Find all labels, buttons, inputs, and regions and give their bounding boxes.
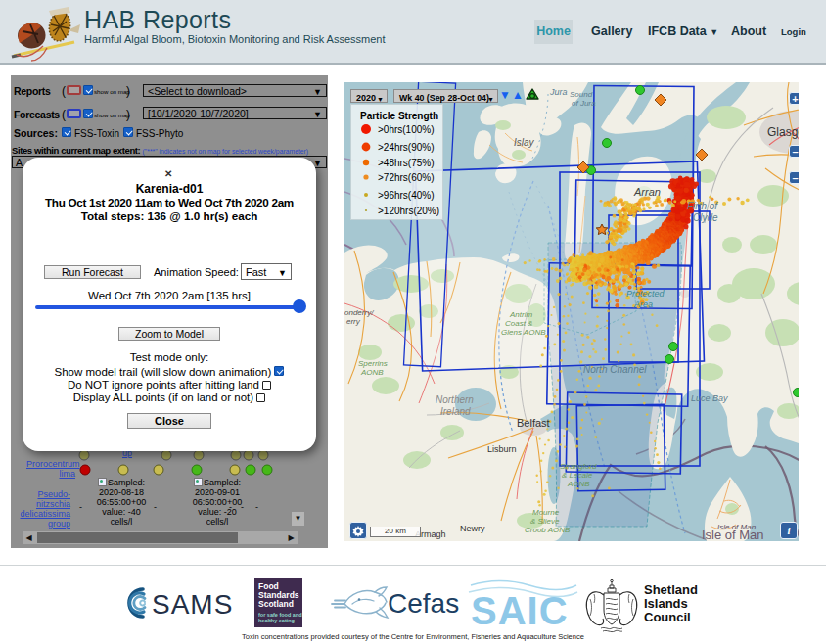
svg-text:Coast &: Coast & xyxy=(505,319,532,328)
svg-text:Belfast: Belfast xyxy=(517,417,550,429)
svg-text:& Lecale: & Lecale xyxy=(562,471,593,480)
svg-text:Jura: Jura xyxy=(549,87,568,97)
svg-text:Firth of: Firth of xyxy=(687,201,718,211)
svg-text:Newry: Newry xyxy=(460,524,485,533)
svg-text:erry: erry xyxy=(346,317,361,326)
svg-text:Cefas: Cefas xyxy=(388,588,459,619)
svg-text:Croob AONB: Croob AONB xyxy=(525,526,571,534)
svg-text:& Slieve: & Slieve xyxy=(530,517,560,526)
svg-text:Antrim: Antrim xyxy=(509,310,532,319)
svg-text:Mourne: Mourne xyxy=(532,508,560,517)
svg-text:Lisburn: Lisburn xyxy=(487,444,517,454)
svg-text:AONB: AONB xyxy=(567,480,590,488)
svg-text:Northern: Northern xyxy=(436,394,474,405)
svg-text:Arran: Arran xyxy=(633,186,661,198)
svg-text:Isle of Man: Isle of Man xyxy=(702,528,764,541)
svg-text:Protected: Protected xyxy=(626,289,665,299)
svg-text:Ireland: Ireland xyxy=(440,406,471,417)
svg-text:North Channel: North Channel xyxy=(583,364,647,375)
svg-text:SAMS: SAMS xyxy=(152,589,233,620)
svg-text:Luce Bay: Luce Bay xyxy=(691,393,728,403)
svg-text:Glens AONB: Glens AONB xyxy=(501,328,546,337)
svg-text:Area: Area xyxy=(633,299,653,309)
svg-text:SAIC: SAIC xyxy=(471,589,569,628)
svg-text:Islay: Islay xyxy=(514,137,535,148)
svg-text:Clyde: Clyde xyxy=(693,212,718,223)
svg-text:of Jura: of Jura xyxy=(572,99,596,108)
svg-text:Sperrins: Sperrins xyxy=(358,359,388,368)
svg-text:onderry/: onderry/ xyxy=(344,308,374,317)
svg-text:AONB: AONB xyxy=(360,368,384,377)
svg-text:Glasgow: Glasgow xyxy=(767,125,799,139)
svg-text:Sound: Sound xyxy=(570,90,593,99)
svg-text:Strangford: Strangford xyxy=(560,462,597,471)
